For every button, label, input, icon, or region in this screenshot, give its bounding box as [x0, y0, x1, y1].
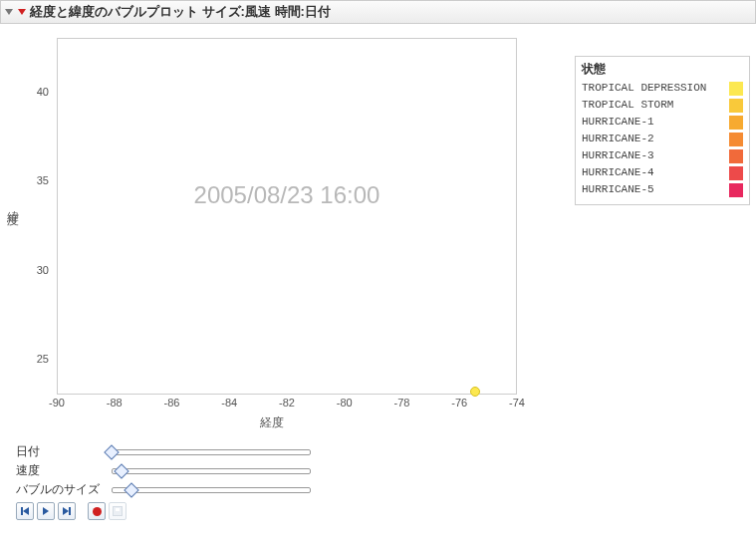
slider-row: 速度	[16, 462, 756, 479]
legend-swatch	[729, 99, 743, 113]
x-tick: -82	[279, 397, 295, 409]
x-tick: -76	[451, 397, 467, 409]
legend-item[interactable]: HURRICANE-1	[582, 114, 743, 131]
slider[interactable]	[112, 463, 311, 479]
x-tick: -84	[221, 397, 237, 409]
legend-item-label: HURRICANE-4	[582, 164, 654, 181]
panel-title: 経度と緯度のバブルプロット サイズ:風速 時間:日付	[30, 3, 331, 21]
step-back-button[interactable]	[16, 502, 34, 520]
timestamp-overlay: 2005/08/23 16:00	[194, 181, 380, 209]
floppy-icon	[113, 506, 123, 516]
disclosure-triangle-icon[interactable]	[5, 9, 13, 15]
legend-item[interactable]: HURRICANE-4	[582, 164, 743, 181]
legend-item-label: TROPICAL DEPRESSION	[582, 80, 706, 97]
x-axis: -90-88-86-84-82-80-78-76-74	[57, 397, 517, 410]
slider-label: 速度	[16, 462, 104, 479]
slider-thumb[interactable]	[104, 444, 120, 460]
report-body: 状態 TROPICAL DEPRESSIONTROPICAL STORMHURR…	[0, 24, 756, 520]
save-button	[109, 502, 126, 520]
legend-item-label: TROPICAL STORM	[582, 97, 673, 114]
legend-item[interactable]: HURRICANE-5	[582, 181, 743, 198]
slider-row: バブルのサイズ	[16, 481, 756, 498]
x-tick: -80	[337, 397, 353, 409]
x-tick: -86	[164, 397, 180, 409]
y-tick: 25	[37, 353, 49, 365]
legend-swatch	[729, 133, 743, 146]
x-tick: -74	[509, 397, 525, 409]
legend-swatch	[729, 183, 743, 197]
x-tick: -90	[49, 397, 65, 409]
legend-swatch	[729, 149, 743, 163]
data-bubble[interactable]	[470, 387, 480, 397]
y-axis-label: 緯度	[0, 32, 23, 205]
y-tick: 30	[37, 264, 49, 276]
legend-swatch	[729, 82, 743, 96]
x-tick: -78	[394, 397, 410, 409]
slider[interactable]	[112, 444, 311, 460]
slider-thumb[interactable]	[114, 463, 129, 479]
legend-item-label: HURRICANE-2	[582, 131, 654, 147]
slider-row: 日付	[16, 443, 756, 460]
legend: 状態 TROPICAL DEPRESSIONTROPICAL STORMHURR…	[575, 56, 750, 205]
record-button[interactable]	[88, 502, 106, 520]
y-axis: 40353025	[23, 38, 53, 395]
legend-swatch	[729, 116, 743, 130]
legend-item[interactable]: HURRICANE-2	[582, 131, 743, 147]
animation-controls: 日付速度バブルのサイズ	[0, 439, 756, 520]
x-axis-label: 経度	[260, 414, 284, 431]
slider-label: バブルのサイズ	[16, 481, 104, 498]
plot-frame: 2005/08/23 16:00	[57, 38, 517, 395]
y-tick: 35	[37, 174, 49, 186]
play-icon	[43, 507, 49, 515]
legend-item-label: HURRICANE-5	[582, 181, 654, 198]
plot-area[interactable]: 40353025 2005/08/23 16:00 -90-88-86-84-8…	[23, 32, 521, 410]
y-tick: 40	[37, 86, 49, 98]
x-tick: -88	[107, 397, 123, 409]
legend-title: 状態	[582, 61, 743, 78]
slider-label: 日付	[16, 443, 104, 460]
legend-item[interactable]: TROPICAL STORM	[582, 97, 743, 114]
legend-swatch	[729, 166, 743, 180]
step-forward-button[interactable]	[58, 502, 76, 520]
record-icon	[93, 507, 102, 516]
hotspot-triangle-icon[interactable]	[18, 9, 26, 15]
legend-item-label: HURRICANE-1	[582, 114, 654, 131]
step-back-icon	[21, 507, 29, 515]
play-button[interactable]	[37, 502, 55, 520]
legend-item-label: HURRICANE-3	[582, 147, 654, 164]
legend-item[interactable]: HURRICANE-3	[582, 147, 743, 164]
slider-thumb[interactable]	[124, 482, 139, 498]
legend-item[interactable]: TROPICAL DEPRESSION	[582, 80, 743, 97]
slider[interactable]	[112, 482, 311, 498]
panel-header: 経度と緯度のバブルプロット サイズ:風速 時間:日付	[0, 0, 756, 24]
step-forward-icon	[63, 507, 71, 515]
